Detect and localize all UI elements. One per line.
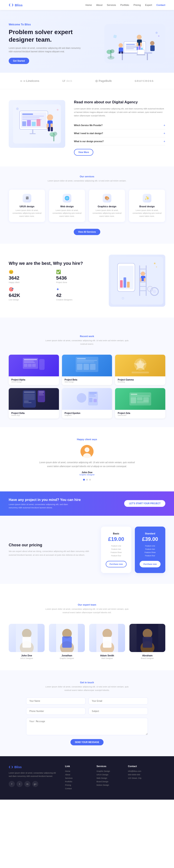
work-card-5[interactable]: Project Zeta Dashboard (115, 388, 165, 418)
footer-link-pricing[interactable]: Pricing (65, 784, 90, 786)
about-title: Read more about our Digital Agency (74, 100, 165, 104)
basic-purchase-button[interactable]: Purchase now (106, 561, 127, 567)
dot-1[interactable] (83, 479, 85, 480)
footer-link-about[interactable]: About (65, 774, 90, 776)
footer-link-contact[interactable]: Contact (65, 787, 90, 789)
accordion-item-2[interactable]: What I need to start design? + (74, 129, 165, 137)
stat-happy-clients: 😊 3642 Happy client (9, 270, 53, 283)
social-linkedin[interactable]: in (24, 781, 30, 787)
work-card-4[interactable]: Project Epsilon Graphics (62, 388, 112, 418)
svg-point-115 (77, 393, 86, 403)
basic-price: £19.00 (106, 536, 127, 542)
social-gplus[interactable]: g+ (32, 781, 38, 787)
contact-subject-input[interactable] (89, 708, 148, 715)
work-thumb-svg-3 (21, 388, 47, 410)
svg-rect-90 (39, 359, 45, 370)
nav-expert[interactable]: Expert (145, 4, 152, 6)
footer-link-services[interactable]: Services (65, 777, 90, 779)
svg-rect-118 (89, 394, 95, 395)
footer-service-4[interactable]: Brand Design (97, 780, 122, 783)
cta-text: Have any project in you mind? You can hi… (9, 498, 81, 509)
svg-rect-26 (138, 50, 144, 55)
footer-logo-icon (9, 765, 13, 769)
work-thumb-0 (9, 355, 59, 376)
brand-icon: ✨ (143, 194, 151, 203)
recent-work-header: Recent work Lorem ipsum dolor sit amet, … (9, 326, 165, 350)
contact-header: Get in touch Lorem ipsum dolor sit amet,… (9, 681, 165, 692)
dot-3[interactable] (89, 479, 91, 480)
nav-home[interactable]: Home (85, 4, 92, 6)
work-sub-2: Branding (118, 381, 163, 383)
work-thumb-3 (9, 388, 59, 410)
contact-phone-input[interactable] (26, 708, 85, 715)
svg-rect-125 (131, 396, 150, 396)
contact-submit-button[interactable]: SEND YOUR MESSAGE (71, 739, 103, 745)
work-card-2[interactable]: Project Gamma Branding (115, 355, 165, 385)
services-view-all-button[interactable]: View All Services (74, 229, 100, 235)
work-title-0: Project Alpha (11, 378, 56, 381)
footer-link-portfolio[interactable]: Portfolio (65, 780, 90, 783)
svg-rect-88 (28, 364, 31, 367)
svg-rect-89 (32, 364, 36, 367)
why-content: Why we are the best, Why you hire? 😊 364… (9, 260, 100, 301)
cta-start-project-button[interactable]: LET'S START YOUR PROJECT (124, 500, 165, 507)
footer-service-5[interactable]: Motion Design (97, 784, 122, 786)
footer-service-1[interactable]: Graphic Design (97, 770, 122, 772)
dot-2[interactable] (86, 479, 88, 480)
footer-service-2[interactable]: UI/UX Design (97, 774, 122, 776)
projects-number: 5436 (56, 275, 100, 281)
web-desc: Lorem ipsum dolor sit amet, consectetur … (52, 209, 82, 218)
basic-feature-2: Feature two (106, 548, 127, 550)
social-facebook[interactable]: f (9, 781, 15, 787)
svg-point-76 (153, 290, 156, 293)
abraham-name: Abraham (129, 654, 165, 657)
nav-pricing[interactable]: Pricing (133, 4, 141, 6)
svg-rect-7 (147, 54, 148, 60)
web-name: Web design (52, 205, 82, 208)
adam-name: Adam Smith (89, 654, 125, 657)
footer-link-home[interactable]: Home (65, 770, 90, 772)
svg-rect-35 (22, 114, 33, 115)
accordion-item-3[interactable]: What is our design process? + (74, 137, 165, 146)
about-view-more-button[interactable]: View More (74, 149, 93, 156)
testimonial-tag: Happy client says (9, 438, 165, 441)
nav-services[interactable]: Services (107, 4, 116, 6)
svg-rect-49 (48, 127, 50, 131)
pricing-text: Chose our pricing We are expert about wh… (9, 543, 94, 557)
svg-point-55 (16, 107, 19, 110)
basic-plan-name: Basic (106, 532, 127, 535)
hero-cta-button[interactable]: Get Started (9, 58, 29, 64)
accordion-icon-3: + (164, 140, 165, 143)
work-card-0[interactable]: Project Alpha UI/UX Design (9, 355, 59, 385)
svg-rect-129 (137, 401, 149, 403)
work-card-1[interactable]: Project Beta Web Design (62, 355, 112, 385)
standard-purchase-button[interactable]: Purchase now (140, 561, 160, 567)
contact-name-input[interactable] (26, 698, 85, 705)
work-thumb-2 (115, 355, 165, 376)
work-card-3[interactable]: Project Delta Mobile App (9, 388, 59, 418)
svg-rect-24 (140, 42, 142, 46)
nav-portfolio[interactable]: Portfolio (120, 4, 129, 6)
work-info-0: Project Alpha UI/UX Design (9, 376, 59, 385)
accordion-item-1[interactable]: Which Service We Provide? + (74, 121, 165, 129)
brand-logo[interactable]: Bliss (9, 3, 23, 7)
live-design-number: 642K (9, 292, 53, 298)
work-title-3: Project Delta (11, 412, 56, 414)
footer-service-3[interactable]: Web Design (97, 777, 122, 779)
why-section: Why we are the best, Why you hire? 😊 364… (0, 244, 174, 317)
nav-links: Home About Services Portfolio Pricing Ex… (85, 4, 165, 6)
pricing-title: Chose our pricing (9, 543, 94, 548)
svg-rect-28 (150, 45, 155, 51)
abraham-role: Brand Designer (129, 657, 165, 659)
contact-message-input[interactable] (26, 718, 148, 735)
nav-contact[interactable]: Contact (156, 4, 165, 6)
work-info-4: Project Epsilon Graphics (62, 410, 112, 418)
svg-rect-102 (131, 372, 149, 373)
pricing-cards: Basic £19.00 Feature one Feature two Fea… (101, 527, 165, 573)
svg-rect-126 (131, 397, 136, 403)
nav-about[interactable]: About (96, 4, 102, 6)
contact-email-input[interactable] (89, 698, 148, 705)
footer-links-col: Link Home About Services Portfolio Prici… (65, 765, 90, 791)
social-twitter[interactable]: t (17, 781, 23, 787)
work-info-1: Project Beta Web Design (62, 376, 112, 385)
